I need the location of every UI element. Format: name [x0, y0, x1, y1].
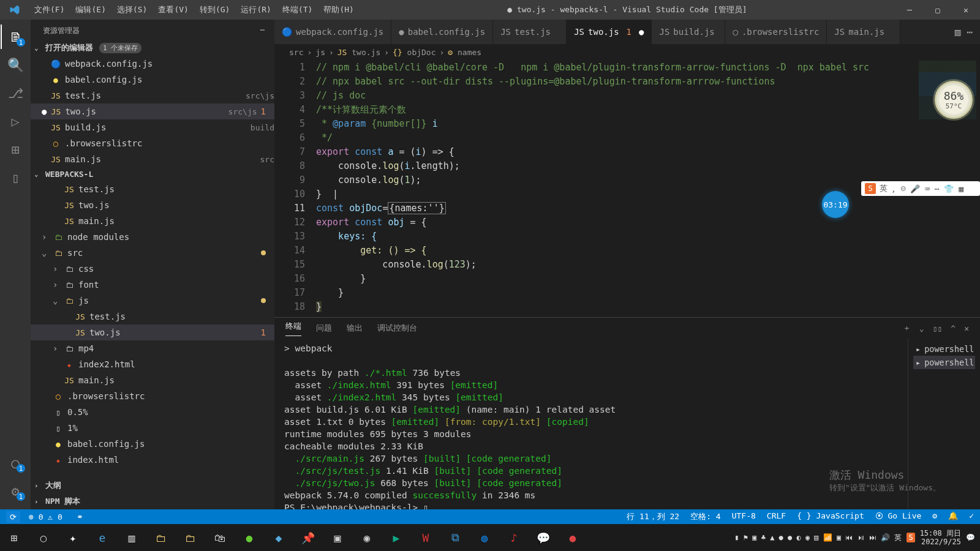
- menu-item[interactable]: 编辑(E): [70, 2, 110, 18]
- folder-icon[interactable]: 🗀: [181, 528, 200, 547]
- edge-icon[interactable]: e: [93, 528, 111, 547]
- extensions-icon[interactable]: ⊞: [1, 137, 30, 162]
- notifications-icon[interactable]: 💬: [966, 533, 975, 542]
- status-item[interactable]: ✓: [969, 511, 974, 522]
- tree-item[interactable]: ▯1%: [31, 420, 274, 436]
- tree-item[interactable]: JSmain.js: [31, 372, 274, 388]
- tree-item[interactable]: ›🗀node_modules: [31, 229, 274, 245]
- wps-icon[interactable]: W: [417, 528, 435, 547]
- dropdown-icon[interactable]: ⌄: [919, 324, 924, 333]
- editor-tab[interactable]: JSmain.js: [827, 20, 900, 44]
- panel-tab[interactable]: 问题: [316, 323, 332, 334]
- tree-item[interactable]: JStwo.js1: [31, 324, 274, 340]
- status-item[interactable]: { } JavaScript: [797, 511, 864, 522]
- open-editor-item[interactable]: ●babel.config.js: [31, 72, 274, 88]
- app-icon[interactable]: ▶: [387, 528, 405, 547]
- tree-item[interactable]: ●babel.config.js: [31, 436, 274, 452]
- app-icon[interactable]: ◆: [270, 528, 288, 547]
- explorer-icon[interactable]: 🗀: [152, 528, 170, 547]
- ime-toolbar[interactable]: S英 , ☺ 🎤 ⌨ ⋯ 👕 ▦: [861, 181, 980, 196]
- cortana-icon[interactable]: ○: [34, 528, 53, 547]
- tree-item[interactable]: JStest.js: [31, 181, 274, 197]
- menu-item[interactable]: 文件(F): [29, 2, 69, 18]
- more-icon[interactable]: ⋯: [260, 26, 265, 36]
- status-item[interactable]: ⊗ 0 ⚠ 0: [29, 512, 62, 522]
- chrome-icon[interactable]: ◉: [358, 528, 376, 547]
- tree-item[interactable]: JSmain.js: [31, 213, 274, 229]
- app-icon[interactable]: ●: [240, 528, 258, 547]
- npm-header[interactable]: ›NPM 脚本: [31, 493, 274, 509]
- new-terminal-icon[interactable]: ＋: [903, 323, 911, 334]
- app-icon[interactable]: ●: [564, 528, 582, 547]
- more-icon[interactable]: ⋯: [967, 26, 973, 38]
- terminal-output[interactable]: > webpack assets by path ./*.html 736 by…: [274, 339, 908, 509]
- tree-item[interactable]: JStest.js: [31, 309, 274, 324]
- tree-item[interactable]: ›🗀font: [31, 277, 274, 293]
- account-icon[interactable]: ◯1: [1, 451, 30, 475]
- status-item[interactable]: ⚙: [932, 511, 937, 522]
- open-editor-item[interactable]: JSbuild.jsbuild: [31, 119, 274, 135]
- menu-item[interactable]: 选择(S): [112, 2, 152, 18]
- editor-tab[interactable]: JSbuild.js: [652, 20, 725, 44]
- clock[interactable]: 15:08 周日2022/9/25: [920, 529, 961, 546]
- tree-item[interactable]: JStwo.js: [31, 197, 274, 213]
- terminal-instance[interactable]: ▸powershell: [913, 342, 975, 356]
- pin-icon[interactable]: 📌: [299, 528, 317, 547]
- remote-indicator[interactable]: ⟳: [6, 511, 20, 523]
- source-control-icon[interactable]: ⎇: [1, 81, 30, 105]
- tree-item[interactable]: ⌄🗀src: [31, 245, 274, 261]
- open-editors-header[interactable]: ⌄打开的编辑器 1 个未保存: [31, 40, 274, 56]
- project-header[interactable]: ⌄WEBPACKS-L: [31, 167, 274, 181]
- open-editor-item[interactable]: JSmain.jssrc: [31, 151, 274, 167]
- editor-tab[interactable]: ●babel.config.js: [391, 20, 493, 44]
- tree-item[interactable]: ⬥index2.html: [31, 356, 274, 372]
- notes-icon[interactable]: ▯: [1, 165, 30, 190]
- music-icon[interactable]: ♪: [505, 528, 523, 547]
- app-icon[interactable]: ▥: [123, 528, 141, 547]
- editor-tab[interactable]: 🔵webpack.config.js: [274, 20, 391, 44]
- status-item[interactable]: CRLF: [767, 511, 786, 522]
- menu-item[interactable]: 查看(V): [153, 2, 193, 18]
- vscode-icon[interactable]: ⧉: [446, 528, 464, 547]
- open-editor-item[interactable]: ◯.browserslistrc: [31, 135, 274, 151]
- status-item[interactable]: 🔔: [948, 511, 958, 522]
- menu-item[interactable]: 转到(G): [195, 2, 235, 18]
- store-icon[interactable]: 🛍: [211, 528, 229, 547]
- wechat-icon[interactable]: 💬: [534, 528, 552, 547]
- tree-item[interactable]: ◯.browserslistrc: [31, 388, 274, 404]
- panel-tab[interactable]: 调试控制台: [377, 323, 417, 334]
- editor-tab[interactable]: JStwo.js1●: [567, 20, 652, 44]
- editor-tab[interactable]: ◯.browserslistrc: [725, 20, 827, 44]
- panel-tab[interactable]: 终端: [285, 321, 301, 336]
- settings-icon[interactable]: ⚙1: [1, 479, 30, 503]
- status-item[interactable]: UTF-8: [732, 511, 756, 522]
- tree-item[interactable]: ▯0.5%: [31, 404, 274, 420]
- start-icon[interactable]: ⊞: [5, 528, 23, 547]
- system-tray[interactable]: ▮ ⚑ ▣ ♣ ▲ ● ● ◐ ◉ ▤ 📶 ▣ ⏮ ⏯ ⏭ 🔊 英 S 15:0…: [734, 529, 975, 546]
- split-editor-icon[interactable]: ▥: [955, 26, 961, 38]
- tree-item[interactable]: ⌄🗀js: [31, 293, 274, 309]
- status-item[interactable]: ⦿ Go Live: [875, 511, 922, 522]
- status-item[interactable]: 空格: 4: [690, 511, 720, 522]
- tree-item[interactable]: ⬥index.html: [31, 452, 274, 468]
- terminal-icon[interactable]: ▣: [328, 528, 347, 547]
- open-editor-item[interactable]: ●JStwo.jssrc\js1: [31, 103, 274, 119]
- app-icon[interactable]: ✦: [64, 528, 82, 547]
- close-panel-icon[interactable]: ✕: [964, 324, 969, 333]
- run-debug-icon[interactable]: ▷: [1, 109, 30, 133]
- minimize-button[interactable]: ─: [895, 0, 924, 20]
- status-item[interactable]: ⚭: [77, 512, 83, 522]
- close-button[interactable]: ✕: [952, 0, 980, 20]
- tree-item[interactable]: ›🗀mp4: [31, 340, 274, 356]
- tree-item[interactable]: ›🗀css: [31, 261, 274, 277]
- breadcrumb[interactable]: src›js›JS two.js›{} objDoc›⚙ names: [274, 44, 980, 58]
- open-editor-item[interactable]: JStest.jssrc\js: [31, 88, 274, 103]
- maximize-panel-icon[interactable]: ^: [951, 324, 956, 333]
- menu-item[interactable]: 帮助(H): [318, 2, 358, 18]
- menu-item[interactable]: 运行(R): [236, 2, 276, 18]
- outline-header[interactable]: ›大纲: [31, 478, 274, 493]
- app-icon[interactable]: ◍: [475, 528, 494, 547]
- maximize-button[interactable]: ▢: [924, 0, 952, 20]
- search-icon[interactable]: 🔍: [1, 53, 30, 77]
- editor-tab[interactable]: JStest.js: [493, 20, 567, 44]
